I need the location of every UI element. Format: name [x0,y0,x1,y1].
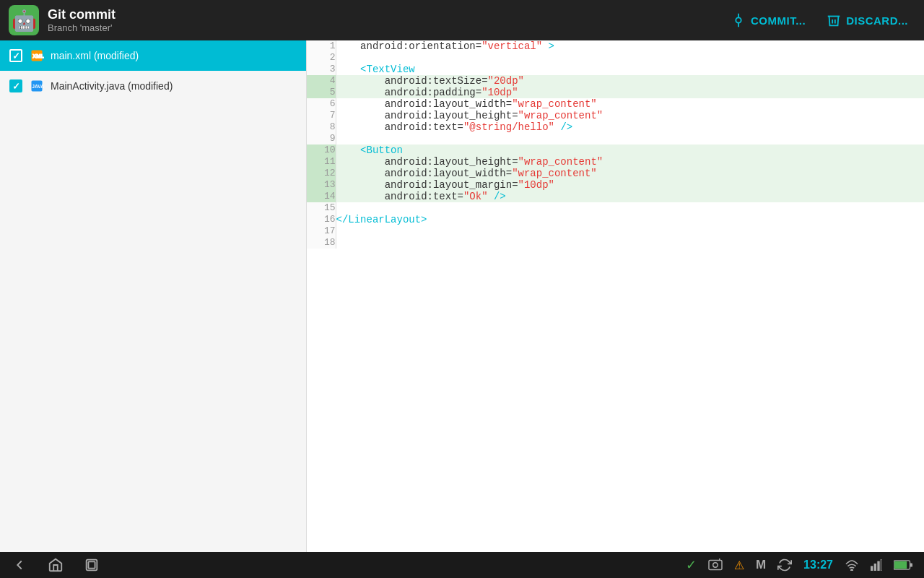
table-row: 17 [307,225,924,237]
svg-rect-18 [910,563,912,566]
svg-rect-14 [874,564,876,571]
bottombar: ✓ ⚠ M 13:27 [0,552,924,578]
line-code: android:textSize="20dp" [336,75,924,87]
app-icon: 🤖 [9,5,39,35]
table-row: 3 <TextView [307,64,924,75]
code-table: 1 android:orientation="vertical" >2 3 <T… [307,40,924,249]
line-code: android:layout_height="wrap_content" [336,110,924,121]
line-number: 9 [307,133,336,144]
line-code [336,225,924,237]
screenshot-icon [708,558,723,571]
app-title: Git commit [48,7,715,23]
code-view[interactable]: 1 android:orientation="vertical" >2 3 <T… [307,40,924,552]
discard-button[interactable]: DISCARD... [819,8,915,33]
line-number: 13 [307,179,336,191]
nav-left [12,557,100,573]
table-row: 12 android:layout_width="wrap_content" [307,168,924,179]
table-row: 6 android:layout_width="wrap_content" [307,98,924,110]
clock-display: 13:27 [803,558,833,571]
line-number: 1 [307,40,336,52]
sidebar: ✓ XML main.xml (modified) ✓ JAV [0,40,307,552]
svg-point-10 [713,563,718,568]
table-row: 2 [307,52,924,64]
line-number: 15 [307,202,336,214]
main-area: ✓ XML main.xml (modified) ✓ JAV [0,40,924,552]
line-code [336,202,924,214]
table-row: 14 android:text="Ok" /> [307,191,924,202]
line-number: 7 [307,110,336,121]
line-code: <TextView [336,64,924,75]
table-row: 8 android:text="@string/hello" /> [307,121,924,133]
line-number: 5 [307,87,336,98]
svg-rect-8 [88,561,95,568]
table-row: 15 [307,202,924,214]
home-icon[interactable] [48,557,64,573]
app-subtitle: Branch 'master' [48,22,715,33]
line-number: 3 [307,64,336,75]
table-row: 10 <Button [307,144,924,156]
line-number: 11 [307,156,336,168]
line-code: android:layout_margin="10dp" [336,179,924,191]
line-code [336,52,924,64]
table-row: 5 android:padding="10dp" [307,87,924,98]
line-code: android:layout_width="wrap_content" [336,98,924,110]
line-code: android:layout_width="wrap_content" [336,168,924,179]
check-status-icon: ✓ [686,557,697,573]
line-code: android:padding="10dp" [336,87,924,98]
topbar: 🤖 Git commit Branch 'master' COMMIT... D… [0,0,924,40]
line-number: 2 [307,52,336,64]
recents-icon[interactable] [84,557,100,573]
table-row: 13 android:layout_margin="10dp" [307,179,924,191]
line-number: 17 [307,225,336,237]
line-number: 8 [307,121,336,133]
file-name-mainactivity: MainActivity.java (modified) [51,80,173,92]
commit-icon [731,12,746,28]
table-row: 7 android:layout_height="wrap_content" [307,110,924,121]
line-code: android:orientation="vertical" > [336,40,924,52]
table-row: 16</LinearLayout> [307,214,924,225]
line-code [336,237,924,249]
back-icon[interactable] [12,557,27,573]
signal-icon [871,559,882,571]
file-item-mainactivity[interactable]: ✓ JAVA MainActivity.java (modified) [0,71,306,101]
svg-text:JAVA: JAVA [32,84,44,89]
line-number: 10 [307,144,336,156]
checkmark-main-xml: ✓ [12,51,20,61]
nav-right: ✓ ⚠ M 13:27 [686,557,912,573]
warning-icon: ⚠ [734,558,744,572]
file-name-main-xml: main.xml (modified) [51,50,139,61]
commit-button[interactable]: COMMIT... [723,8,813,33]
android-icon: 🤖 [12,9,37,33]
table-row: 9 [307,133,924,144]
file-icon-main-xml: XML [29,48,45,64]
file-icon-mainactivity: JAVA [29,78,45,94]
line-number: 16 [307,214,336,225]
svg-rect-19 [894,561,907,569]
svg-text:XML: XML [32,53,44,59]
table-row: 4 android:textSize="20dp" [307,75,924,87]
line-code: android:layout_height="wrap_content" [336,156,924,168]
sync-icon [777,558,792,572]
line-number: 4 [307,75,336,87]
table-row: 11 android:layout_height="wrap_content" [307,156,924,168]
line-number: 18 [307,237,336,249]
line-code [336,133,924,144]
svg-point-0 [736,17,741,22]
checkbox-main-xml[interactable]: ✓ [9,48,23,63]
battery-icon [894,560,912,570]
line-code: android:text="@string/hello" /> [336,121,924,133]
svg-rect-13 [871,566,873,571]
table-row: 18 [307,237,924,249]
checkbox-mainactivity[interactable]: ✓ [9,79,23,93]
file-item-main-xml[interactable]: ✓ XML main.xml (modified) [0,40,306,71]
line-number: 14 [307,191,336,202]
checkmark-mainactivity: ✓ [12,81,20,92]
svg-rect-16 [881,559,882,571]
line-code: </LinearLayout> [336,214,924,225]
line-code: android:text="Ok" /> [336,191,924,202]
line-number: 6 [307,98,336,110]
table-row: 1 android:orientation="vertical" > [307,40,924,52]
line-code: <Button [336,144,924,156]
discard-icon [826,12,842,28]
svg-rect-15 [877,561,879,571]
